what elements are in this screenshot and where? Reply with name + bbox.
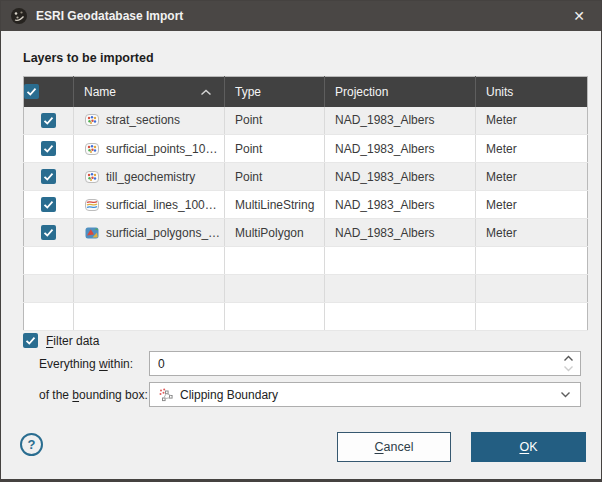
column-header-type[interactable]: Type [225,77,325,107]
points-layer-icon [84,169,100,185]
chevron-down-icon [560,391,571,398]
layer-projection: NAD_1983_Albers [325,219,476,247]
row-checkbox[interactable] [41,113,56,128]
spinner-up-icon[interactable] [563,355,574,362]
layer-name: till_geochemistry [106,170,195,184]
bounding-box-dropdown[interactable]: Clipping Boundary [149,382,581,407]
filter-data-row: Filter data [23,333,99,348]
column-header-projection[interactable]: Projection [325,77,476,107]
header-select-all-cell[interactable] [24,77,74,107]
filter-data-checkbox[interactable] [23,333,38,348]
sort-ascending-icon [200,85,212,99]
filter-data-label: Filter data [46,334,99,348]
esri-geodatabase-import-dialog: ESRI Geodatabase Import ✕ Layers to be i… [0,0,602,482]
empty-table-row [24,303,588,331]
layer-units: Meter [476,191,588,219]
row-checkbox[interactable] [41,141,56,156]
layer-units: Meter [476,135,588,163]
table-row[interactable]: surficial_polygons_… MultiPolygon NAD_19… [24,219,588,247]
question-mark-icon: ? [28,437,36,452]
column-header-name[interactable]: Name [74,77,225,107]
layers-table: Name Type Projection Units strat_section… [23,76,588,331]
polygons-layer-icon [84,225,100,241]
layer-name: surficial_lines_100… [106,198,217,212]
layer-projection: NAD_1983_Albers [325,107,476,135]
layer-projection: NAD_1983_Albers [325,163,476,191]
layer-projection: NAD_1983_Albers [325,191,476,219]
row-checkbox[interactable] [41,225,56,240]
clipping-boundary-icon [158,387,174,403]
table-row[interactable]: surficial_lines_100… MultiLineString NAD… [24,191,588,219]
bounding-box-label: of the bounding box: [39,388,148,402]
app-icon [10,7,28,25]
empty-table-row [24,247,588,275]
layer-name: strat_sections [106,113,180,127]
everything-within-field [149,351,581,376]
layer-type: MultiLineString [225,191,325,219]
cancel-button[interactable]: Cancel [337,432,451,462]
table-row[interactable]: till_geochemistry Point NAD_1983_Albers … [24,163,588,191]
layer-type: Point [225,163,325,191]
layer-type: MultiPolygon [225,219,325,247]
window-title: ESRI Geodatabase Import [36,9,183,23]
points-layer-icon [84,141,100,157]
bounding-box-value: Clipping Boundary [180,388,278,402]
select-all-checkbox[interactable] [24,84,39,99]
points-layer-icon [84,112,100,128]
empty-table-row [24,275,588,303]
layer-type: Point [225,135,325,163]
layer-units: Meter [476,107,588,135]
title-bar: ESRI Geodatabase Import ✕ [1,1,601,31]
layer-units: Meter [476,163,588,191]
table-row[interactable]: surficial_points_10… Point NAD_1983_Albe… [24,135,588,163]
everything-within-label: Everything within: [39,357,133,371]
table-header-row: Name Type Projection Units [24,77,588,107]
column-header-units[interactable]: Units [476,77,588,107]
layer-name: surficial_points_10… [106,142,217,156]
spinner-down-icon[interactable] [563,365,574,372]
row-checkbox[interactable] [41,169,56,184]
ok-button[interactable]: OK [471,432,586,462]
layer-type: Point [225,107,325,135]
help-button[interactable]: ? [20,433,43,456]
row-checkbox[interactable] [41,197,56,212]
layers-section-title: Layers to be imported [23,51,154,65]
layer-projection: NAD_1983_Albers [325,135,476,163]
layer-name: surficial_polygons_… [106,226,220,240]
layer-units: Meter [476,219,588,247]
lines-layer-icon [84,197,100,213]
everything-within-input[interactable] [149,351,581,376]
table-row[interactable]: strat_sections Point NAD_1983_Albers Met… [24,107,588,135]
close-icon[interactable]: ✕ [557,1,601,31]
